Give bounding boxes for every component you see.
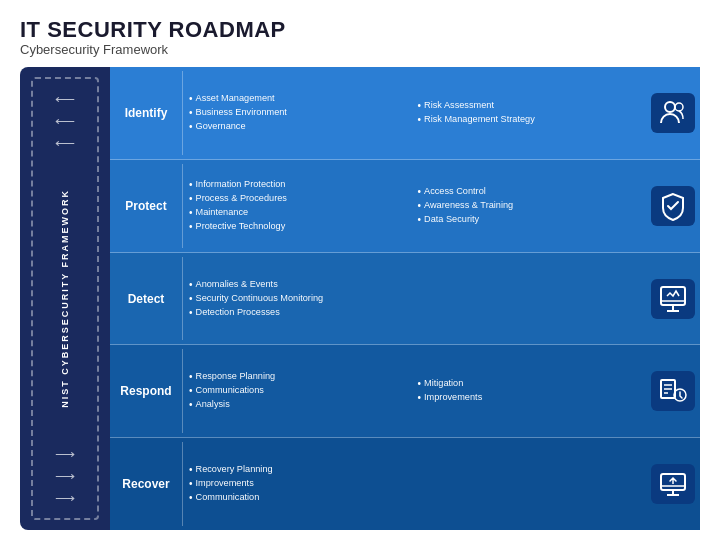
- svg-point-0: [665, 102, 675, 112]
- recover-col1-item-1: •Improvements: [189, 477, 640, 491]
- protect-col2: •Access Control•Awareness & Training•Dat…: [418, 185, 641, 227]
- respond-col2: •Mitigation•Improvements: [418, 377, 641, 405]
- respond-col1-item-1: •Communications: [189, 384, 412, 398]
- recover-content: •Recovery Planning•Improvements•Communic…: [183, 438, 646, 530]
- protect-col1: •Information Protection•Process & Proced…: [189, 178, 412, 234]
- identify-col2-item-0: •Risk Assessment: [418, 99, 641, 113]
- arrow-icon-3: ⟵: [55, 135, 75, 151]
- protect-col1-item-3: •Protective Technology: [189, 220, 412, 234]
- detect-icon-panel: [646, 253, 700, 345]
- detect-icon: [651, 279, 695, 319]
- left-banner-inner: ⟵ ⟵ ⟵ NIST CYBERSECURITY FRAMEWORK ⟶ ⟶ ⟶: [31, 77, 99, 520]
- recover-icon-panel: [646, 438, 700, 530]
- protect-label: Protect: [110, 160, 182, 252]
- identify-col1-item-2: •Governance: [189, 120, 412, 134]
- row-respond: Respond•Response Planning•Communications…: [110, 345, 700, 438]
- identify-col1-item-0: •Asset Management: [189, 92, 412, 106]
- detect-col1-item-2: •Detection Processes: [189, 306, 640, 320]
- page-subtitle: Cybersecurity Framework: [20, 42, 700, 57]
- respond-col2-item-0: •Mitigation: [418, 377, 641, 391]
- detect-col1: •Anomalies & Events•Security Continuous …: [189, 278, 640, 320]
- row-identify: Identify•Asset Management•Business Envir…: [110, 67, 700, 160]
- arrow-icon-2: ⟵: [55, 113, 75, 129]
- row-protect: Protect•Information Protection•Process &…: [110, 160, 700, 253]
- arrow-icon-1: ⟵: [55, 91, 75, 107]
- row-recover: Recover•Recovery Planning•Improvements•C…: [110, 438, 700, 530]
- identify-content: •Asset Management•Business Environment•G…: [183, 67, 646, 159]
- respond-col1: •Response Planning•Communications•Analys…: [189, 370, 412, 412]
- recover-col1-item-0: •Recovery Planning: [189, 463, 640, 477]
- arrow-icon-4: ⟶: [55, 446, 75, 462]
- identify-col1: •Asset Management•Business Environment•G…: [189, 92, 412, 134]
- arrow-icon-5: ⟶: [55, 468, 75, 484]
- detect-label: Detect: [110, 253, 182, 345]
- detect-col1-item-0: •Anomalies & Events: [189, 278, 640, 292]
- recover-label: Recover: [110, 438, 182, 530]
- detect-content: •Anomalies & Events•Security Continuous …: [183, 253, 646, 345]
- detect-col1-item-1: •Security Continuous Monitoring: [189, 292, 640, 306]
- identify-col2-item-1: •Risk Management Strategy: [418, 113, 641, 127]
- page-title: IT SECURITY ROADMAP: [20, 18, 700, 42]
- protect-col2-item-0: •Access Control: [418, 185, 641, 199]
- recover-col1: •Recovery Planning•Improvements•Communic…: [189, 463, 640, 505]
- protect-col2-item-1: •Awareness & Training: [418, 199, 641, 213]
- respond-col1-item-2: •Analysis: [189, 398, 412, 412]
- respond-col2-item-1: •Improvements: [418, 391, 641, 405]
- respond-icon-panel: [646, 345, 700, 437]
- recover-col1-item-2: •Communication: [189, 491, 640, 505]
- respond-label: Respond: [110, 345, 182, 437]
- identify-icon-panel: [646, 67, 700, 159]
- recover-icon: [651, 464, 695, 504]
- identify-col2: •Risk Assessment•Risk Management Strateg…: [418, 99, 641, 127]
- protect-col1-item-0: •Information Protection: [189, 178, 412, 192]
- protect-col1-item-2: •Maintenance: [189, 206, 412, 220]
- protect-icon-panel: [646, 160, 700, 252]
- sidebar-label: NIST CYBERSECURITY FRAMEWORK: [60, 189, 70, 408]
- respond-col1-item-0: •Response Planning: [189, 370, 412, 384]
- svg-point-1: [675, 103, 683, 111]
- right-content: Identify•Asset Management•Business Envir…: [110, 67, 700, 530]
- protect-col2-item-2: •Data Security: [418, 213, 641, 227]
- identify-label: Identify: [110, 67, 182, 159]
- page: IT SECURITY ROADMAP Cybersecurity Framew…: [0, 0, 720, 540]
- identify-col1-item-1: •Business Environment: [189, 106, 412, 120]
- left-banner: ⟵ ⟵ ⟵ NIST CYBERSECURITY FRAMEWORK ⟶ ⟶ ⟶: [20, 67, 110, 530]
- identify-icon: [651, 93, 695, 133]
- respond-content: •Response Planning•Communications•Analys…: [183, 345, 646, 437]
- protect-icon: [651, 186, 695, 226]
- arrow-icon-6: ⟶: [55, 490, 75, 506]
- protect-content: •Information Protection•Process & Proced…: [183, 160, 646, 252]
- row-detect: Detect•Anomalies & Events•Security Conti…: [110, 253, 700, 346]
- main-content: ⟵ ⟵ ⟵ NIST CYBERSECURITY FRAMEWORK ⟶ ⟶ ⟶…: [20, 67, 700, 530]
- respond-icon: [651, 371, 695, 411]
- protect-col1-item-1: •Process & Procedures: [189, 192, 412, 206]
